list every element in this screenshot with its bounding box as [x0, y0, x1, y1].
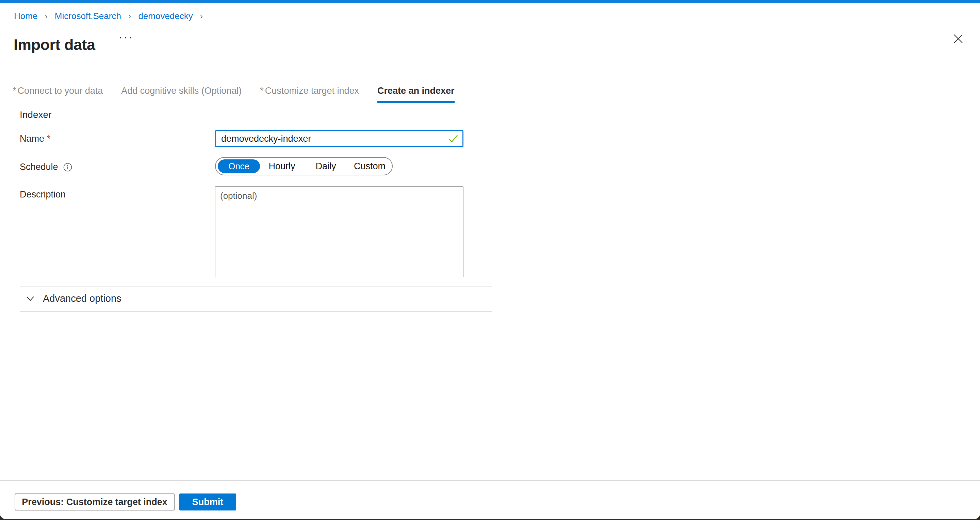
- breadcrumb-home-link[interactable]: Home: [14, 11, 37, 21]
- portal-accent-bar: [0, 0, 980, 3]
- schedule-toggle-group: Once Hourly Daily Custom: [215, 157, 393, 175]
- required-asterisk: *: [47, 133, 51, 144]
- description-label-text: Description: [20, 189, 66, 200]
- tab-label: Add cognitive skills (Optional): [121, 86, 242, 96]
- tab-add-cognitive-skills[interactable]: Add cognitive skills (Optional): [121, 85, 242, 103]
- name-label-text: Name: [20, 133, 44, 144]
- schedule-option-custom[interactable]: Custom: [348, 161, 392, 172]
- tab-create-an-indexer[interactable]: Create an indexer: [377, 85, 455, 103]
- advanced-options-label: Advanced options: [43, 293, 121, 304]
- divider: [20, 286, 492, 287]
- schedule-label-text: Schedule: [20, 162, 58, 172]
- wizard-tabs: *Connect to your data Add cognitive skil…: [13, 85, 455, 103]
- name-field-label: Name *: [20, 133, 51, 144]
- tab-required-marker: *: [13, 86, 16, 96]
- breadcrumb-demovedecky-link[interactable]: demovedecky: [138, 11, 192, 21]
- valid-check-icon: [449, 134, 458, 143]
- schedule-option-once[interactable]: Once: [218, 159, 260, 173]
- close-button[interactable]: [951, 31, 966, 46]
- breadcrumb-separator-icon: ›: [45, 11, 48, 21]
- more-options-button[interactable]: ···: [118, 30, 134, 44]
- chevron-down-icon: [26, 296, 35, 302]
- advanced-options-toggle[interactable]: Advanced options: [26, 293, 121, 304]
- indexer-section-label: Indexer: [20, 109, 51, 120]
- previous-step-button[interactable]: Previous: Customize target index: [14, 493, 175, 510]
- tab-required-marker: *: [260, 86, 264, 96]
- indexer-name-input[interactable]: [215, 130, 463, 147]
- import-data-panel: Home › Microsoft.Search › demovedecky › …: [0, 0, 980, 519]
- breadcrumb-microsoft-search-link[interactable]: Microsoft.Search: [55, 11, 121, 21]
- divider: [20, 311, 492, 312]
- description-textarea[interactable]: [215, 186, 463, 277]
- close-icon: [953, 33, 964, 44]
- description-field-label: Description: [20, 189, 66, 200]
- breadcrumb: Home › Microsoft.Search › demovedecky ›: [14, 11, 208, 22]
- tab-label: Create an indexer: [377, 86, 455, 96]
- tab-customize-target-index[interactable]: *Customize target index: [260, 85, 359, 103]
- tab-label: Customize target index: [265, 86, 359, 96]
- breadcrumb-separator-icon: ›: [200, 11, 203, 21]
- info-icon[interactable]: [63, 162, 73, 172]
- schedule-option-daily[interactable]: Daily: [304, 161, 348, 172]
- submit-button[interactable]: Submit: [179, 493, 236, 510]
- tab-connect-to-your-data[interactable]: *Connect to your data: [13, 85, 103, 103]
- footer-divider: [0, 480, 980, 480]
- schedule-option-hourly[interactable]: Hourly: [260, 161, 304, 172]
- tab-label: Connect to your data: [18, 86, 103, 96]
- name-field-wrapper: [215, 130, 463, 147]
- breadcrumb-separator-icon: ›: [128, 11, 131, 21]
- page-title: Import data: [14, 36, 95, 54]
- schedule-field-label: Schedule: [20, 162, 73, 172]
